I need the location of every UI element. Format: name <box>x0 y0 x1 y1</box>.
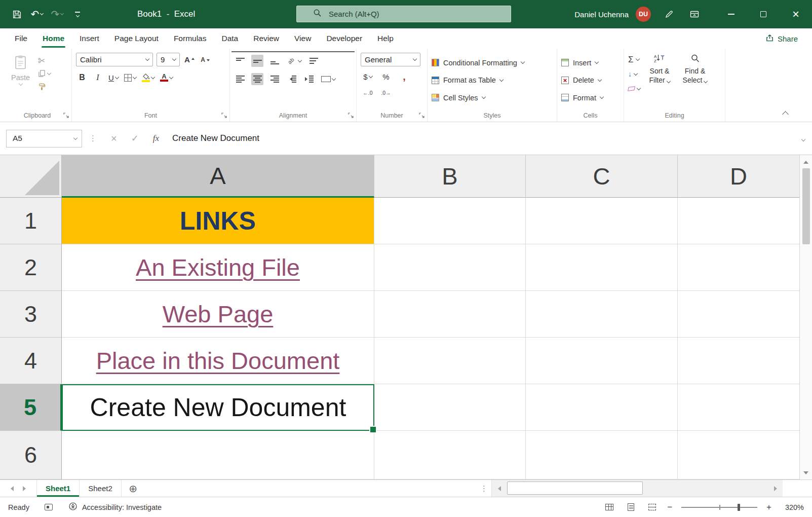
row-header-2[interactable]: 2 <box>0 244 62 291</box>
sheet-tab-sheet1[interactable]: Sheet1 <box>36 480 80 497</box>
cell-styles-button[interactable]: Cell Styles <box>432 91 553 105</box>
increase-font-size-button[interactable]: A <box>183 54 196 66</box>
ribbon-display-options-icon[interactable] <box>689 9 700 19</box>
decrease-decimal-button[interactable] <box>380 87 392 99</box>
cell-A5-selected[interactable]: Create New Document <box>62 384 374 431</box>
insert-cells-button[interactable]: Insert <box>561 56 620 70</box>
cell-C5[interactable] <box>526 384 678 431</box>
select-all-button[interactable] <box>0 155 62 198</box>
borders-dropdown-icon[interactable] <box>133 75 137 79</box>
copy-dropdown-icon[interactable] <box>47 70 51 75</box>
column-header-A[interactable]: A <box>62 155 374 198</box>
tab-scroll-splitter[interactable]: ⋮ <box>477 480 491 497</box>
horizontal-scrollbar[interactable] <box>491 480 783 497</box>
comma-style-button[interactable]: , <box>398 70 410 83</box>
increase-decimal-button[interactable] <box>362 87 374 99</box>
maximize-button[interactable] <box>747 0 780 28</box>
sort-filter-dropdown-icon[interactable] <box>666 79 670 83</box>
page-layout-view-button[interactable] <box>625 502 637 512</box>
cell-B2[interactable] <box>374 244 526 291</box>
row-header-3[interactable]: 3 <box>0 291 62 338</box>
tab-data[interactable]: Data <box>214 28 246 49</box>
cancel-entry-icon[interactable]: × <box>111 133 117 144</box>
share-button[interactable]: Share <box>760 31 803 46</box>
tab-page-layout[interactable]: Page Layout <box>107 28 166 49</box>
customize-quick-access-icon[interactable] <box>71 6 84 23</box>
redo-button[interactable]: ↷ <box>51 6 64 23</box>
page-break-view-button[interactable] <box>646 502 658 512</box>
confirm-entry-icon[interactable]: ✓ <box>131 133 139 144</box>
minimize-button[interactable] <box>715 0 747 28</box>
cell-B4[interactable] <box>374 338 526 384</box>
sheet-tab-sheet2[interactable]: Sheet2 <box>80 480 122 497</box>
cell-A2[interactable]: An Existing File <box>62 244 374 291</box>
sort-filter-button[interactable]: AZ Sort & Filter <box>643 51 676 109</box>
format-dropdown-icon[interactable] <box>600 95 604 99</box>
zoom-slider[interactable] <box>681 503 757 512</box>
cell-C3[interactable] <box>526 291 678 338</box>
tab-view[interactable]: View <box>287 28 319 49</box>
font-size-combo[interactable]: 9 <box>157 53 180 66</box>
delete-dropdown-icon[interactable] <box>598 77 602 81</box>
orientation-dropdown-icon[interactable] <box>298 58 302 62</box>
tab-home[interactable]: Home <box>35 28 72 49</box>
align-left-button[interactable] <box>234 73 246 85</box>
find-select-dropdown-icon[interactable] <box>704 79 708 83</box>
scroll-down-icon[interactable] <box>800 466 812 479</box>
autosum-dropdown-icon[interactable] <box>635 56 639 60</box>
vertical-scrollbar-thumb[interactable] <box>802 168 810 244</box>
align-right-button[interactable] <box>268 73 281 85</box>
undo-button[interactable]: ↶ <box>30 6 44 23</box>
formula-input[interactable]: Create New Document <box>166 133 802 143</box>
format-cells-button[interactable]: Format <box>561 91 620 105</box>
column-header-C[interactable]: C <box>526 155 678 198</box>
font-dialog-launcher-icon[interactable] <box>221 113 227 118</box>
bottom-align-button[interactable] <box>268 55 281 67</box>
wrap-text-button[interactable] <box>307 55 320 67</box>
alignment-dialog-launcher-icon[interactable] <box>348 113 354 118</box>
increase-indent-button[interactable] <box>303 73 315 85</box>
cell-D4[interactable] <box>678 338 799 384</box>
decrease-font-size-button[interactable]: A <box>199 54 211 66</box>
cell-B6[interactable] <box>374 431 526 479</box>
clipboard-dialog-launcher-icon[interactable] <box>63 113 69 118</box>
fill-dropdown-icon[interactable] <box>634 71 638 75</box>
find-select-button[interactable]: Find & Select <box>679 51 711 109</box>
format-painter-button[interactable] <box>38 82 51 91</box>
number-format-dropdown-icon[interactable] <box>413 57 417 61</box>
search-box[interactable] <box>296 6 511 22</box>
bold-button[interactable]: B <box>76 71 88 84</box>
font-color-button[interactable]: A <box>159 71 174 84</box>
decrease-indent-button[interactable] <box>286 73 298 85</box>
paste-dropdown-icon[interactable] <box>18 82 22 86</box>
add-sheet-button[interactable]: ⊕ <box>122 480 145 497</box>
zoom-in-button[interactable]: + <box>766 502 771 512</box>
tab-developer[interactable]: Developer <box>319 28 370 49</box>
cell-A4[interactable]: Place in this Document <box>62 338 374 384</box>
conditional-formatting-dropdown-icon[interactable] <box>521 60 525 64</box>
merge-center-button[interactable] <box>320 73 336 85</box>
font-name-dropdown-icon[interactable] <box>145 57 149 61</box>
clear-button[interactable] <box>628 84 640 94</box>
font-size-dropdown-icon[interactable] <box>172 57 176 61</box>
cell-A3[interactable]: Web Page <box>62 291 374 338</box>
scroll-left-icon[interactable] <box>492 480 504 497</box>
search-input[interactable] <box>329 10 481 18</box>
cell-A6[interactable] <box>62 431 374 479</box>
autosum-button[interactable]: Σ <box>628 54 640 64</box>
tab-formulas[interactable]: Formulas <box>166 28 214 49</box>
vertical-scrollbar[interactable] <box>799 155 812 479</box>
format-as-table-dropdown-icon[interactable] <box>499 77 503 81</box>
clear-dropdown-icon[interactable] <box>637 86 641 90</box>
conditional-formatting-button[interactable]: Conditional Formatting <box>432 56 553 70</box>
normal-view-button[interactable] <box>603 502 615 512</box>
close-button[interactable]: × <box>780 0 812 28</box>
font-color-dropdown-icon[interactable] <box>169 75 173 79</box>
number-format-combo[interactable]: General <box>361 53 420 66</box>
fill-button[interactable]: ↓ <box>628 69 640 79</box>
italic-button[interactable]: I <box>92 71 104 84</box>
previous-sheet-icon[interactable] <box>8 486 14 491</box>
collapse-ribbon-icon[interactable] <box>782 111 789 118</box>
accessibility-status[interactable]: Accessibility: Investigate <box>69 502 162 512</box>
cell-D1[interactable] <box>678 198 799 244</box>
